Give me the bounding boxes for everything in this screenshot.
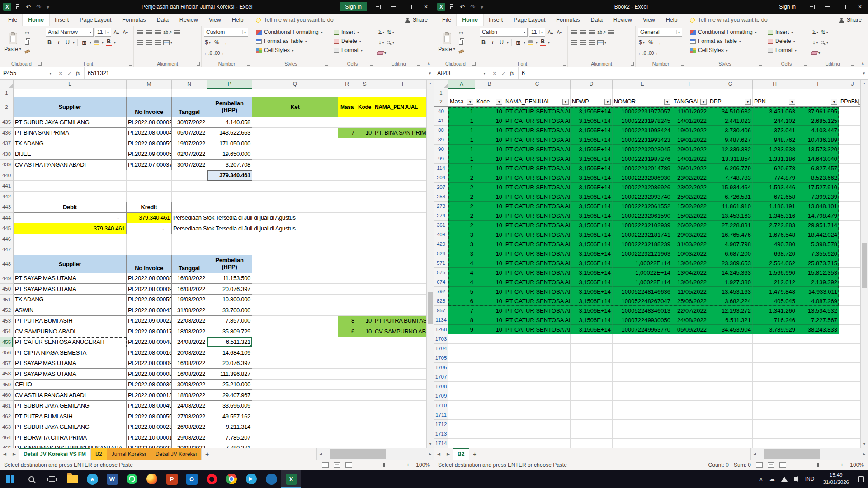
- cell-M442[interactable]: [127, 192, 172, 202]
- column-header-J[interactable]: J: [839, 80, 860, 89]
- fill-color-dropdown[interactable]: ▾: [102, 41, 104, 45]
- cell-A1712[interactable]: [448, 420, 475, 429]
- cell-E114[interactable]: 100022232014789: [613, 164, 672, 173]
- cell-F1268[interactable]: 05/09/2022: [672, 325, 708, 334]
- cell-Q439[interactable]: [252, 160, 338, 170]
- taskbar-whatsapp-icon[interactable]: [122, 470, 142, 488]
- fill-color-dropdown[interactable]: ▾: [536, 41, 538, 45]
- page-break-preview-button[interactable]: [779, 462, 786, 468]
- cell-M440[interactable]: [127, 170, 172, 181]
- cell-T464[interactable]: [373, 432, 426, 443]
- cell-B1268[interactable]: 10: [475, 325, 504, 334]
- cell-S1[interactable]: [356, 89, 373, 97]
- cell-G207[interactable]: 15.934.464: [708, 183, 753, 192]
- save-button[interactable]: [449, 4, 454, 10]
- cell-J1[interactable]: [839, 89, 860, 97]
- cell-S462[interactable]: [356, 411, 373, 422]
- font-color-button[interactable]: B: [105, 38, 113, 47]
- cell-F1714[interactable]: [672, 439, 708, 448]
- cell-P442[interactable]: [207, 192, 252, 202]
- filter-button-H[interactable]: ▾: [789, 99, 795, 105]
- dialog-launcher-icon[interactable]: [851, 62, 854, 66]
- cell-P462[interactable]: 49.557.162: [207, 411, 252, 422]
- cell-E792[interactable]: 100052248146636: [613, 287, 672, 296]
- cell-R465[interactable]: [338, 443, 356, 448]
- cell-A571[interactable]: 4: [448, 258, 475, 268]
- column-header-Q[interactable]: Q: [252, 80, 338, 89]
- cell-C1134[interactable]: PT CATUR SENTOSA ANUGERAH: [504, 315, 571, 325]
- cell-Q449[interactable]: [252, 273, 338, 284]
- cell-A114[interactable]: 1: [448, 164, 475, 173]
- percent-style-button[interactable]: %: [213, 38, 221, 47]
- cell-D99[interactable]: 3,1506E+14: [571, 154, 613, 164]
- decrease-decimal-button[interactable]: .00→: [213, 49, 224, 57]
- taskbar-edge-icon[interactable]: e: [82, 470, 102, 488]
- cell-B1[interactable]: [475, 89, 504, 97]
- cell-I957[interactable]: 13.534.532: [797, 306, 839, 315]
- cell-J957[interactable]: [839, 306, 860, 315]
- cell-E90[interactable]: 100022232023045: [613, 145, 672, 154]
- cell-F89[interactable]: 19/01/2022: [672, 135, 708, 145]
- zoom-in-button[interactable]: +: [406, 462, 410, 468]
- find-select-button[interactable]: ▾: [387, 38, 394, 47]
- cell-I792[interactable]: 14.933.011: [797, 287, 839, 296]
- cell-H253[interactable]: 672.658: [753, 192, 797, 202]
- cell-J2[interactable]: PPnBM▾: [839, 97, 860, 107]
- cell-D89[interactable]: 3,1506E+14: [571, 135, 613, 145]
- cell-J674[interactable]: [839, 277, 860, 287]
- cell-F88[interactable]: 19/01/2022: [672, 126, 708, 135]
- borders-button[interactable]: ⊞: [514, 38, 522, 47]
- minimize-button[interactable]: [385, 0, 401, 14]
- cell-D575[interactable]: 3,1506E+14: [571, 268, 613, 277]
- cell-C828[interactable]: PT CATUR SENTOSA ANUGERAH: [504, 296, 571, 306]
- cell-B204[interactable]: 10: [475, 173, 504, 183]
- cell-P460[interactable]: 29.407.967: [207, 390, 252, 401]
- cell-E274[interactable]: 100022232061590: [613, 211, 672, 221]
- scroll-down-arrow[interactable]: ▼: [427, 440, 434, 448]
- name-box-dropdown[interactable]: ▾: [481, 67, 488, 79]
- sign-in-button[interactable]: Sign in: [340, 2, 367, 11]
- cell-R462[interactable]: [338, 411, 356, 422]
- filter-button-C[interactable]: ▾: [562, 99, 569, 105]
- cell-M454[interactable]: PI.2022.08.00017: [127, 326, 172, 337]
- row-header-204[interactable]: 204: [434, 173, 448, 183]
- row-header-462[interactable]: 462: [0, 411, 14, 422]
- vertical-scrollbar[interactable]: ▲▼: [426, 80, 434, 448]
- cell-R461[interactable]: [338, 401, 356, 412]
- cell-I526[interactable]: 7.355.920: [797, 249, 839, 258]
- cell-T437[interactable]: [373, 138, 426, 149]
- cell-E204[interactable]: 100022232086930: [613, 173, 672, 183]
- underline-button[interactable]: U: [498, 38, 505, 47]
- cell-N455[interactable]: 24/08/2022: [172, 337, 207, 348]
- cell-C114[interactable]: PT CATUR SENTOSA ANUGERAH: [504, 164, 571, 173]
- align-right-button[interactable]: [588, 38, 596, 47]
- cell-D88[interactable]: 3,1506E+14: [571, 126, 613, 135]
- cell-S453[interactable]: 10: [356, 316, 373, 327]
- dialog-launcher-icon[interactable]: [631, 62, 634, 66]
- cell-B2[interactable]: Kode▾: [475, 97, 504, 107]
- cut-button[interactable]: ✂: [459, 30, 464, 36]
- cell-N439[interactable]: 30/07/2022: [172, 160, 207, 170]
- cell-T455[interactable]: [373, 337, 426, 348]
- cell-J204[interactable]: [839, 173, 860, 183]
- cell-J1714[interactable]: [839, 439, 860, 448]
- taskbar-thunderbird-icon[interactable]: [261, 470, 281, 488]
- cell-B1714[interactable]: [475, 439, 504, 448]
- cell-H1713[interactable]: [753, 429, 797, 439]
- cell-M443[interactable]: Kredit: [127, 202, 172, 213]
- cell-I1[interactable]: [797, 89, 839, 97]
- cell-R457[interactable]: [338, 358, 356, 369]
- cell-D1707[interactable]: [571, 372, 613, 382]
- bold-button[interactable]: B: [46, 38, 53, 47]
- cell-J1704[interactable]: [839, 344, 860, 353]
- cell-H41[interactable]: 244.102: [753, 116, 797, 126]
- cell-H1[interactable]: [753, 89, 797, 97]
- cell-M457[interactable]: PI.2022.08.00009: [127, 358, 172, 369]
- cell-E89[interactable]: 100022231993423: [613, 135, 672, 145]
- format-painter-button[interactable]: [25, 48, 30, 54]
- row-header-441[interactable]: 441: [0, 181, 14, 192]
- cell-E674[interactable]: 1,00022E+14: [613, 277, 672, 287]
- align-left-button[interactable]: [136, 38, 144, 47]
- cell-P458[interactable]: 111.396.827: [207, 369, 252, 380]
- cell-C1706[interactable]: [504, 363, 571, 372]
